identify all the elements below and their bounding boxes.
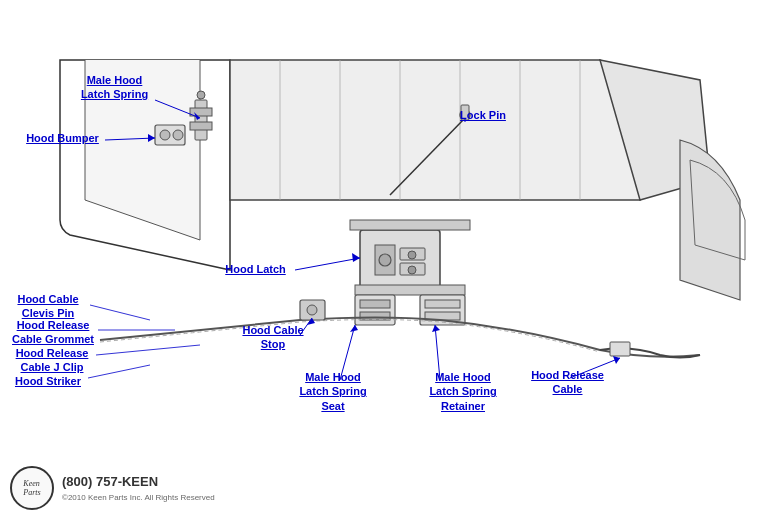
label-hood-release-cable-grommet[interactable]: Hood ReleaseCable Grommet	[8, 318, 98, 347]
label-hood-release-cable-j-clip[interactable]: Hood ReleaseCable J Clip	[8, 346, 96, 375]
label-lock-pin[interactable]: Lock Pin	[448, 108, 518, 122]
label-hood-cable-clevis-pin[interactable]: Hood CableClevis Pin	[8, 292, 88, 321]
label-hood-release-cable[interactable]: Hood ReleaseCable	[525, 368, 610, 397]
logo-image: KeenParts	[10, 466, 54, 510]
footer-logo: KeenParts (800) 757-KEEN ©2010 Keen Part…	[10, 466, 215, 510]
copyright-text: ©2010 Keen Parts Inc. All Rights Reserve…	[62, 492, 215, 504]
label-hood-latch[interactable]: Hood Latch	[218, 262, 293, 276]
svg-rect-4	[195, 100, 207, 140]
label-male-hood-latch-spring-seat[interactable]: Male HoodLatch SpringSeat	[292, 370, 374, 413]
svg-point-18	[379, 254, 391, 266]
svg-point-34	[307, 305, 317, 315]
phone-number: (800) 757-KEEN	[62, 472, 215, 492]
svg-rect-27	[425, 300, 460, 308]
svg-rect-21	[350, 220, 470, 230]
svg-point-20	[408, 266, 416, 274]
label-male-hood-latch-spring[interactable]: Male HoodLatch Spring	[72, 73, 157, 102]
label-hood-striker[interactable]: Hood Striker	[8, 374, 88, 388]
svg-rect-6	[190, 122, 212, 130]
label-male-hood-latch-spring-retainer[interactable]: Male HoodLatch SpringRetainer	[418, 370, 508, 413]
label-hood-bumper[interactable]: Hood Bumper	[20, 131, 105, 145]
svg-point-2	[160, 130, 170, 140]
svg-point-7	[197, 91, 205, 99]
footer-info: (800) 757-KEEN ©2010 Keen Parts Inc. All…	[62, 472, 215, 504]
diagram-container: Male HoodLatch SpringHood BumperLock Pin…	[0, 0, 770, 518]
label-hood-cable-stop[interactable]: Hood CableStop	[237, 323, 309, 352]
svg-point-3	[173, 130, 183, 140]
svg-rect-25	[360, 312, 390, 320]
svg-rect-29	[610, 342, 630, 356]
svg-rect-22	[355, 285, 465, 295]
svg-point-19	[408, 251, 416, 259]
svg-rect-24	[360, 300, 390, 308]
